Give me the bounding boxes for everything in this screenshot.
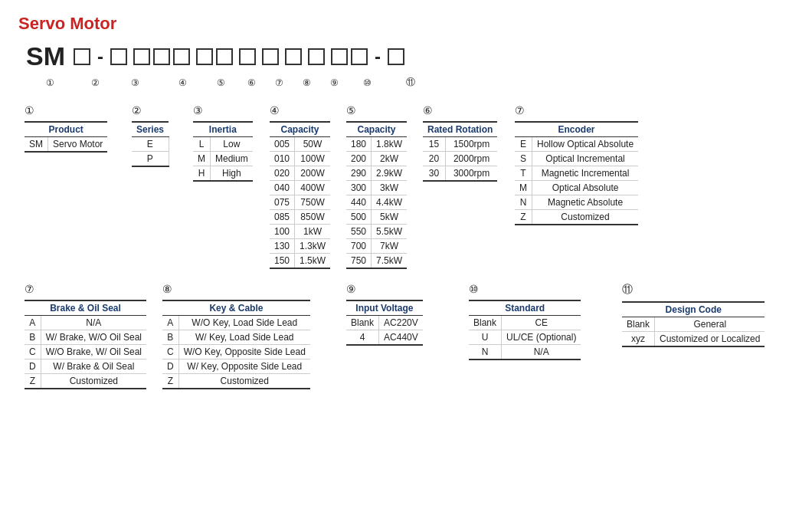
table-row: BlankGeneral — [622, 317, 765, 332]
table-row: BlankCE — [469, 316, 581, 330]
table-row: 020200W — [270, 166, 330, 181]
cnum-8: ⑧ — [293, 77, 320, 88]
table-row: BW/ Brake, W/O Oil Seal — [25, 330, 146, 345]
rated-rotation-table: Rated Rotation 151500rpm 202000rpm 30300… — [423, 121, 497, 182]
table-row: P — [132, 152, 169, 167]
section-3-num: ③ — [193, 104, 257, 117]
table-row: SMServo Motor — [25, 137, 107, 153]
dash-2: - — [375, 46, 381, 67]
table-row: 010100W — [270, 152, 330, 166]
table-row: 4AC440V — [346, 330, 423, 346]
section-capacity-high: ⑤ Capacity 1801.8kW 2002kW 2902.9kW 3003… — [340, 104, 417, 269]
table-row: CW/O Brake, W/ Oil Seal — [25, 345, 146, 359]
section-2-num: ② — [132, 104, 181, 117]
table-row: 303000rpm — [423, 166, 497, 182]
cnum-7: ⑦ — [265, 77, 293, 88]
table-row: DW/ Brake & Oil Seal — [25, 359, 146, 374]
table-row: LLow — [193, 137, 253, 152]
table-row: 1001kW — [270, 225, 330, 239]
capacity-high-header: Capacity — [346, 122, 407, 137]
design-code-header: Design Code — [622, 302, 765, 317]
section-5-num: ⑤ — [346, 104, 411, 117]
table-row: 085850W — [270, 210, 330, 225]
input-voltage-table: Input Voltage BlankAC220V 4AC440V — [346, 300, 423, 346]
key-cable-header: Key & Cable — [162, 300, 310, 316]
table-row: 1301.3kW — [270, 239, 330, 254]
table-row: 3003kW — [346, 181, 407, 195]
section-11-num: ⑩ — [469, 283, 610, 295]
table-row: BW/ Key, Load Side Lead — [162, 330, 310, 345]
table-row: 7007kW — [346, 239, 407, 254]
cnum-1: ① — [29, 77, 70, 88]
section-design-code: ⑪ Design Code BlankGeneral xyzCustomized… — [616, 283, 784, 347]
cnum-5: ⑤ — [204, 77, 237, 88]
section-capacity-low: ④ Capacity 00550W 010100W 020200W 040400… — [264, 104, 340, 269]
series-table: Series E P — [132, 121, 169, 167]
table-row: CW/O Key, Opposite Side Lead — [162, 345, 310, 359]
table-row: DW/ Key, Opposite Side Lead — [162, 359, 310, 374]
table-row: EHollow Optical Absolute — [515, 137, 638, 152]
product-header: Product — [25, 122, 107, 137]
encoder-header: Encoder — [515, 122, 638, 137]
dash-1: - — [97, 46, 103, 67]
section-brake-oil-seal: ⑦ Brake & Oil Seal AN/A BW/ Brake, W/O O… — [18, 283, 156, 389]
table-row: 4404.4kW — [346, 195, 407, 210]
model-prefix: SM — [26, 41, 65, 71]
section-input-voltage: ⑨ Input Voltage BlankAC220V 4AC440V — [340, 283, 463, 346]
page-title: Servo Motor — [18, 14, 794, 34]
section-8-num: ⑦ — [25, 283, 150, 295]
section-key-cable: ⑧ Key & Cable AW/O Key, Load Side Lead B… — [156, 283, 340, 389]
section-6-num: ⑥ — [423, 104, 503, 117]
table-row: SOptical Incremental — [515, 152, 638, 166]
table-row: MOptical Absolute — [515, 181, 638, 195]
section-1-num: ① — [25, 104, 120, 117]
capacity-low-table: Capacity 00550W 010100W 020200W 040400W … — [270, 121, 330, 269]
section-9-num: ⑧ — [162, 283, 334, 295]
section-4-num: ④ — [270, 104, 334, 117]
section-encoder: ⑦ Encoder EHollow Optical Absolute SOpti… — [509, 104, 662, 225]
section-rated-rotation: ⑥ Rated Rotation 151500rpm 202000rpm 303… — [417, 104, 509, 182]
table-row: 2902.9kW — [346, 166, 407, 181]
table-row: 5505.5kW — [346, 225, 407, 239]
section-product: ① Product SMServo Motor — [18, 104, 126, 153]
section-inertia: ③ Inertia LLow MMedium HHigh — [187, 104, 264, 182]
model-box-group-9 — [330, 48, 368, 65]
table-row: NN/A — [469, 345, 581, 360]
standard-table: Standard BlankCE UUL/CE (Optional) NN/A — [469, 300, 581, 360]
table-row: ZCustomized — [25, 374, 146, 389]
section-series: ② Series E P — [126, 104, 187, 167]
table-row: 075750W — [270, 195, 330, 210]
cnum-9: ⑨ — [320, 77, 348, 88]
sections-top: ① Product SMServo Motor ② Series E P ③ I… — [18, 104, 794, 269]
model-box-group-4 — [195, 48, 234, 65]
inertia-table: Inertia LLow MMedium HHigh — [193, 121, 253, 182]
capacity-high-table: Capacity 1801.8kW 2002kW 2902.9kW 3003kW… — [346, 121, 407, 269]
series-header: Series — [132, 122, 169, 137]
model-box-8 — [308, 48, 325, 65]
table-row: BlankAC220V — [346, 316, 423, 330]
table-row: 00550W — [270, 137, 330, 152]
model-box-6 — [262, 48, 279, 65]
table-row: 040400W — [270, 181, 330, 195]
cnum-6: ⑥ — [237, 77, 265, 88]
cnum-11: ⑪ — [397, 76, 424, 89]
table-row: E — [132, 137, 169, 152]
product-table: Product SMServo Motor — [25, 121, 107, 153]
table-row: xyzCustomized or Localized — [622, 332, 765, 347]
rated-rotation-header: Rated Rotation — [423, 122, 497, 137]
model-box-1 — [74, 48, 90, 65]
table-row: ZCustomized — [162, 374, 310, 389]
table-row: NMagnetic Absolute — [515, 195, 638, 210]
table-row: MMedium — [193, 152, 253, 166]
model-box-2 — [110, 48, 127, 65]
table-row: 1801.8kW — [346, 137, 407, 152]
section-12-num: ⑪ — [622, 283, 778, 297]
model-box-7 — [285, 48, 302, 65]
inertia-header: Inertia — [193, 122, 253, 137]
circle-nums-row: ① ② ③ ④ ⑤ ⑥ ⑦ ⑧ ⑨ ⑩ ⑪ — [18, 76, 794, 89]
table-row: 202000rpm — [423, 152, 497, 166]
table-row: HHigh — [193, 166, 253, 182]
key-cable-table: Key & Cable AW/O Key, Load Side Lead BW/… — [162, 300, 310, 389]
section-7-num: ⑦ — [515, 104, 656, 117]
standard-header: Standard — [469, 300, 581, 316]
